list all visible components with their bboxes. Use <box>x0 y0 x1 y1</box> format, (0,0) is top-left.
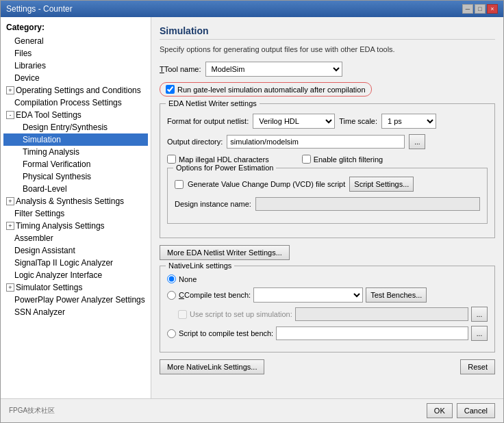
design-entry-label: Design Entry/Synthesis <box>23 123 108 132</box>
map-illegal-label: Map illegal HDL characters <box>179 155 269 164</box>
compile-bench-radio[interactable] <box>167 291 176 300</box>
sidebar-item-filter[interactable]: Filter Settings <box>3 207 148 220</box>
map-illegal-row: Map illegal HDL characters Enable glitch… <box>167 155 488 164</box>
script-compile-radio[interactable] <box>167 329 176 338</box>
simulator-expander[interactable]: + <box>6 283 14 292</box>
format-select[interactable]: Verilog HDL <box>253 114 335 129</box>
libraries-label: Libraries <box>14 61 46 70</box>
use-script-row: Use script to set up simulation: ... <box>178 307 488 322</box>
sidebar-item-signaltap[interactable]: SignalTap II Logic Analyzer <box>3 257 148 269</box>
use-script-input[interactable] <box>295 307 468 321</box>
compilation-label: Compilation Process Settings <box>14 98 122 107</box>
sidebar-item-powerplay[interactable]: PowerPlay Power Analyzer Settings <box>3 294 148 306</box>
reset-button[interactable]: Reset <box>460 359 495 374</box>
settings-window: Settings - Counter ─ □ × Category: Gener… <box>0 0 504 423</box>
window-controls: ─ □ × <box>462 4 498 14</box>
script-compile-input[interactable] <box>276 326 468 340</box>
ok-button[interactable]: OK <box>427 403 453 418</box>
none-label: None <box>179 275 197 283</box>
sidebar-item-design-assistant[interactable]: Design Assistant <box>3 244 148 257</box>
more-eda-button[interactable]: More EDA Netlist Writer Settings... <box>160 245 290 260</box>
tool-name-label: TTool name: <box>160 65 201 73</box>
window-title: Settings - Counter <box>6 4 73 14</box>
cancel-button[interactable]: Cancel <box>457 403 495 418</box>
category-tree: Category: General Files Libraries Device… <box>1 17 151 398</box>
sidebar-item-device[interactable]: Device <box>3 72 148 84</box>
nativelink-title: NativeLink settings <box>166 261 234 270</box>
operating-expander[interactable]: + <box>6 86 14 94</box>
sidebar-item-libraries[interactable]: Libraries <box>3 60 148 72</box>
generate-vcd-checkbox[interactable] <box>175 180 184 189</box>
run-gate-label: Run gate-level simulation automatically … <box>177 86 366 94</box>
close-button[interactable]: × <box>487 4 498 14</box>
sidebar-item-board-level[interactable]: Board-Level <box>3 183 148 195</box>
operating-label: Operating Settings and Conditions <box>16 86 141 95</box>
use-script-checkbox[interactable] <box>178 310 187 319</box>
maximize-button[interactable]: □ <box>475 4 486 14</box>
sidebar-item-compilation[interactable]: Compilation Process Settings <box>3 97 148 109</box>
description-text: Specify options for generating output fi… <box>160 45 495 53</box>
sidebar-item-general[interactable]: General <box>3 35 148 47</box>
output-dir-input[interactable] <box>227 135 405 149</box>
eda-tool-label: EDA Tool Settings <box>16 110 81 120</box>
output-dir-label: Output directory: <box>167 138 223 146</box>
timing-analysis-settings-label: Timing Analysis Settings <box>16 221 105 231</box>
compile-bench-select[interactable] <box>253 287 363 303</box>
use-script-label: Use script to set up simulation: <box>190 310 292 318</box>
test-benches-button[interactable]: Test Benches... <box>366 287 427 303</box>
output-dir-browse-button[interactable]: ... <box>409 134 425 149</box>
script-compile-browse-button[interactable]: ... <box>471 326 488 341</box>
enable-glitch-label: Enable glitch filtering <box>314 155 383 164</box>
sidebar-item-ssn[interactable]: SSN Analyzer <box>3 306 148 318</box>
category-label: Category: <box>3 23 148 32</box>
script-settings-button[interactable]: Script Settings... <box>349 177 414 192</box>
settings-panel: Simulation Specify options for generatin… <box>151 17 503 398</box>
sidebar-item-logic-analyzer[interactable]: Logic Analyzer Interface <box>3 269 148 281</box>
section-title: Simulation <box>160 25 495 40</box>
simulation-label: Simulation <box>23 135 61 144</box>
sidebar-item-files[interactable]: Files <box>3 47 148 60</box>
sidebar-item-eda-tool[interactable]: - EDA Tool Settings <box>3 109 148 121</box>
timescale-select[interactable]: 1 ps <box>381 114 436 129</box>
sidebar-item-timing-analysis[interactable]: Timing Analysis <box>3 146 148 158</box>
sidebar-item-simulation[interactable]: Simulation <box>3 133 148 146</box>
timing-analysis-label: Timing Analysis <box>23 147 79 157</box>
map-illegal-checkbox[interactable] <box>167 155 176 164</box>
powerplay-label: PowerPlay Power Analyzer Settings <box>14 295 145 305</box>
sidebar-item-operating[interactable]: + Operating Settings and Conditions <box>3 84 148 97</box>
run-gate-checkbox[interactable] <box>166 85 175 94</box>
design-instance-input[interactable] <box>255 197 480 211</box>
timing-settings-expander[interactable]: + <box>6 222 14 230</box>
tool-name-select[interactable]: ModelSim <box>205 62 342 77</box>
watermark-text: FPGA技术社区 <box>9 406 55 415</box>
sidebar-item-design-entry[interactable]: Design Entry/Synthesis <box>3 121 148 133</box>
files-label: Files <box>14 49 32 58</box>
timescale-label: Time scale: <box>339 117 377 125</box>
device-label: Device <box>14 73 40 83</box>
output-dir-row: Output directory: ... <box>167 134 488 149</box>
enable-glitch-checkbox[interactable] <box>302 155 311 164</box>
dialog-buttons: OK Cancel <box>427 403 495 418</box>
sidebar-item-analysis-synthesis[interactable]: + Analysis & Synthesis Settings <box>3 195 148 207</box>
analysis-expander[interactable]: + <box>6 197 14 205</box>
more-nativelink-button[interactable]: More NativeLink Settings... <box>160 359 264 374</box>
sidebar-item-formal-verification[interactable]: Formal Verification <box>3 158 148 170</box>
eda-expander[interactable]: - <box>6 111 14 119</box>
none-row: None <box>167 274 488 283</box>
physical-synthesis-label: Physical Synthesis <box>23 172 91 181</box>
ssn-label: SSN Analyzer <box>14 307 65 317</box>
generate-vcd-label: Generate Value Change Dump (VCD) file sc… <box>188 180 345 188</box>
title-bar: Settings - Counter ─ □ × <box>1 1 503 17</box>
eda-netlist-group: EDA Netlist Writer settings Format for o… <box>160 103 495 238</box>
none-radio[interactable] <box>167 274 176 283</box>
nativelink-group: NativeLink settings None CCompile test b… <box>160 266 495 352</box>
sidebar-item-timing-analysis-settings[interactable]: + Timing Analysis Settings <box>3 220 148 232</box>
board-level-label: Board-Level <box>23 184 67 194</box>
sidebar-item-assembler[interactable]: Assembler <box>3 232 148 244</box>
use-script-browse-button[interactable]: ... <box>471 307 488 322</box>
sidebar-item-physical-synthesis[interactable]: Physical Synthesis <box>3 170 148 183</box>
design-assistant-label: Design Assistant <box>14 246 75 255</box>
minimize-button[interactable]: ─ <box>462 4 473 14</box>
format-label: Format for output netlist: <box>167 117 249 125</box>
sidebar-item-simulator[interactable]: + Simulator Settings <box>3 281 148 294</box>
